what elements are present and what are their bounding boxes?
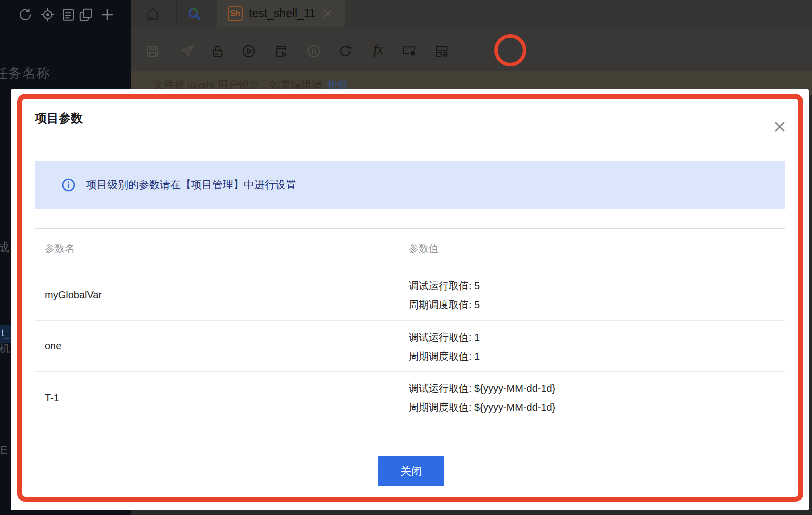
refresh-icon[interactable] bbox=[338, 44, 353, 59]
param-debug-value: 调试运行取值: ${yyyy-MM-dd-1d} bbox=[409, 379, 785, 398]
tab-close-icon[interactable] bbox=[323, 9, 333, 19]
parameters-table: 参数名 参数值 myGlobalVar 调试运行取值: 5 周期调度取值: 5 … bbox=[35, 228, 785, 424]
layout-list-icon[interactable] bbox=[434, 44, 449, 59]
tab-title: test_shell_11 bbox=[249, 7, 316, 20]
table-row: myGlobalVar 调试运行取值: 5 周期调度取值: 5 bbox=[35, 269, 785, 321]
param-name: one bbox=[35, 321, 409, 371]
column-header-name: 参数名 bbox=[35, 242, 409, 255]
lock-icon[interactable] bbox=[210, 44, 225, 59]
sidebar-item-fragment[interactable]: 成 bbox=[0, 239, 9, 255]
sidebar-divider bbox=[0, 40, 131, 40]
close-button[interactable]: 关闭 bbox=[378, 456, 444, 486]
tabbar-separator bbox=[176, 0, 177, 27]
save-icon[interactable] bbox=[145, 44, 160, 59]
run-file-icon[interactable] bbox=[274, 44, 289, 59]
param-debug-value: 调试运行取值: 5 bbox=[409, 276, 785, 295]
fx-icon[interactable]: fx bbox=[368, 42, 388, 62]
project-parameters-dialog: 项目参数 项目级别的参数请在【项目管理】中进行设置 参数名 参数值 myGlob… bbox=[11, 89, 809, 510]
document-icon[interactable] bbox=[61, 7, 76, 22]
param-schedule-value: 周期调度取值: 5 bbox=[409, 295, 785, 314]
send-icon[interactable] bbox=[180, 44, 195, 59]
grab-lock-link[interactable]: 抢锁 bbox=[327, 79, 348, 90]
shell-file-icon: Sh bbox=[228, 6, 243, 21]
tab-bar: Sh test_shell_11 bbox=[131, 0, 812, 27]
sidebar-item-fragment[interactable]: 机 bbox=[0, 341, 10, 356]
dialog-close-icon[interactable] bbox=[772, 119, 787, 134]
ops-config-icon[interactable] bbox=[402, 44, 417, 59]
sidebar-icon-row bbox=[0, 6, 131, 26]
table-row: T-1 调试运行取值: ${yyyy-MM-dd-1d} 周期调度取值: ${y… bbox=[35, 372, 785, 424]
app-root: 任务名称 成 t_ 机 E Sh test_shell_11 bbox=[0, 0, 812, 515]
dialog-title: 项目参数 bbox=[35, 110, 83, 126]
editor-toolbar: fx bbox=[131, 27, 812, 71]
info-banner-text: 项目级别的参数请在【项目管理】中进行设置 bbox=[86, 178, 296, 192]
info-banner: 项目级别的参数请在【项目管理】中进行设置 bbox=[35, 161, 785, 209]
column-header-value: 参数值 bbox=[409, 242, 785, 255]
play-circle-icon[interactable] bbox=[241, 44, 256, 59]
param-debug-value: 调试运行取值: 1 bbox=[409, 328, 785, 347]
copy-icon[interactable] bbox=[78, 7, 93, 22]
sidebar-item-fragment[interactable]: E bbox=[0, 444, 8, 457]
sidebar-item-selected-label: t_ bbox=[1, 327, 10, 339]
locate-icon[interactable] bbox=[40, 7, 55, 22]
home-icon[interactable] bbox=[145, 6, 160, 21]
param-name: myGlobalVar bbox=[35, 269, 409, 320]
info-icon bbox=[62, 178, 75, 192]
refresh-icon[interactable] bbox=[18, 7, 33, 22]
param-schedule-value: 周期调度取值: ${yyyy-MM-dd-1d} bbox=[409, 398, 785, 417]
table-header-row: 参数名 参数值 bbox=[35, 229, 785, 269]
param-name: T-1 bbox=[35, 372, 409, 424]
plus-icon[interactable] bbox=[100, 7, 115, 22]
tab-test-shell-11[interactable]: Sh test_shell_11 bbox=[217, 0, 345, 27]
task-name-filter-input[interactable]: 任务名称 bbox=[0, 64, 124, 85]
param-schedule-value: 周期调度取值: 1 bbox=[409, 347, 785, 366]
search-icon[interactable] bbox=[187, 6, 202, 21]
top-bar: Sh test_shell_11 fx bbox=[131, 0, 812, 95]
lock-warning-text: 文件被 jayshi 用户锁定，如需编辑请 bbox=[153, 79, 322, 90]
pause-circle-icon[interactable] bbox=[306, 44, 321, 59]
table-row: one 调试运行取值: 1 周期调度取值: 1 bbox=[35, 321, 785, 372]
